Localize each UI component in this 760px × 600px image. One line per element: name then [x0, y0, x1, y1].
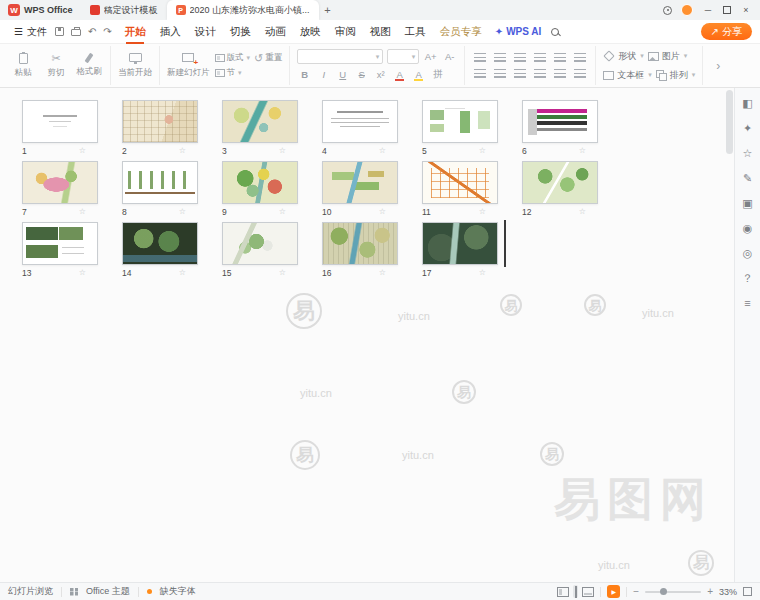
- slide-thumbnail[interactable]: [422, 100, 498, 143]
- star-icon[interactable]: ☆: [79, 269, 86, 277]
- line-spacing-button[interactable]: [552, 51, 568, 64]
- help-icon[interactable]: ？: [742, 273, 753, 284]
- slide-thumbnail[interactable]: [522, 161, 598, 204]
- align-center-button[interactable]: [492, 67, 508, 80]
- menu-member[interactable]: 会员专享: [433, 20, 489, 44]
- font-size-select[interactable]: ▾: [387, 49, 419, 64]
- more-tools-icon[interactable]: ≡: [744, 298, 750, 309]
- print-icon[interactable]: [71, 29, 81, 36]
- menu-tools[interactable]: 工具: [398, 20, 433, 44]
- edit-icon[interactable]: ✎: [743, 173, 752, 184]
- menu-insert[interactable]: 插入: [153, 20, 188, 44]
- menu-transitions[interactable]: 切换: [223, 20, 258, 44]
- tab-gaoding-templates[interactable]: 稿定设计模板: [81, 0, 167, 20]
- slide-thumbnail[interactable]: [322, 100, 398, 143]
- slide-thumbnail[interactable]: [322, 222, 398, 265]
- section-button[interactable]: 节 ▾: [215, 67, 242, 79]
- menu-review[interactable]: 审阅: [328, 20, 363, 44]
- layout-button[interactable]: 版式 ▾: [215, 52, 251, 64]
- slide-thumbnail[interactable]: [22, 100, 98, 143]
- zoom-slider-knob[interactable]: [660, 588, 667, 595]
- redo-icon[interactable]: ↷: [103, 26, 111, 37]
- theme-name[interactable]: Office 主题: [86, 585, 130, 598]
- reset-button[interactable]: ↺ 重置: [254, 52, 282, 64]
- superscript-button[interactable]: x²: [373, 67, 388, 82]
- tab-active-document[interactable]: P 2020 山东潍坊弥水电商小镇...: [167, 0, 319, 20]
- slide-thumbnail[interactable]: [222, 222, 298, 265]
- slide-thumbnail[interactable]: [522, 100, 598, 143]
- columns-button[interactable]: [572, 67, 588, 80]
- star-icon[interactable]: ☆: [79, 147, 86, 155]
- star-icon[interactable]: ☆: [179, 147, 186, 155]
- slide-thumbnail[interactable]: [222, 100, 298, 143]
- beautify-icon[interactable]: ✦: [743, 123, 752, 134]
- star-icon[interactable]: ☆: [379, 269, 386, 277]
- close-button[interactable]: ×: [740, 6, 752, 15]
- increase-font-button[interactable]: A+: [423, 49, 438, 64]
- fit-to-window-icon[interactable]: [743, 587, 752, 596]
- star-icon[interactable]: ☆: [279, 269, 286, 277]
- menu-animation[interactable]: 动画: [258, 20, 293, 44]
- animation-icon[interactable]: ◉: [743, 223, 753, 234]
- comment-icon[interactable]: ◎: [743, 248, 753, 259]
- normal-view-button[interactable]: [557, 587, 569, 597]
- star-icon[interactable]: ☆: [379, 208, 386, 216]
- menu-design[interactable]: 设计: [188, 20, 223, 44]
- justify-button[interactable]: [532, 67, 548, 80]
- star-icon[interactable]: ☆: [279, 208, 286, 216]
- indent-button[interactable]: [532, 51, 548, 64]
- arrange-button[interactable]: 排列 ▾: [656, 67, 696, 83]
- zoom-in-button[interactable]: +: [707, 586, 713, 597]
- phonetic-guide-button[interactable]: 拼: [430, 67, 445, 82]
- zoom-level[interactable]: 33%: [719, 587, 737, 597]
- slide-thumbnail[interactable]: [422, 161, 498, 204]
- zoom-out-button[interactable]: −: [633, 586, 639, 597]
- underline-button[interactable]: U: [335, 67, 350, 82]
- star-icon[interactable]: ☆: [279, 147, 286, 155]
- slide-sorter-canvas[interactable]: 易yitu.cn易易yitu.cnyitu.cn易易yitu.cn易易图网易yi…: [0, 88, 734, 582]
- cut-button[interactable]: ✂ 剪切: [42, 53, 70, 79]
- slide-sorter-view-button[interactable]: [575, 586, 577, 598]
- minimize-button[interactable]: ─: [702, 6, 714, 15]
- vertical-scrollbar[interactable]: [726, 90, 733, 580]
- star-icon[interactable]: ☆: [579, 147, 586, 155]
- menu-view[interactable]: 视图: [363, 20, 398, 44]
- wps-ai-button[interactable]: ✦ WPS AI: [489, 26, 548, 37]
- slide-thumbnail[interactable]: [122, 222, 198, 265]
- slide-thumbnail[interactable]: [22, 222, 98, 265]
- outdent-button[interactable]: [512, 51, 528, 64]
- star-icon[interactable]: ☆: [179, 269, 186, 277]
- star-icon[interactable]: ☆: [479, 208, 486, 216]
- textbox-button[interactable]: 文本框 ▾: [603, 67, 652, 83]
- shapes-button[interactable]: 形状 ▾: [603, 48, 644, 64]
- new-slide-button[interactable]: 新建幻灯片: [167, 53, 210, 79]
- undo-icon[interactable]: ↶: [88, 26, 96, 37]
- text-direction-button[interactable]: [572, 51, 588, 64]
- search-icon[interactable]: [551, 28, 559, 36]
- slide-thumbnail[interactable]: [122, 161, 198, 204]
- favorite-icon[interactable]: ☆: [743, 148, 753, 159]
- align-right-button[interactable]: [512, 67, 528, 80]
- star-icon[interactable]: ☆: [579, 208, 586, 216]
- maximize-button[interactable]: [723, 6, 731, 14]
- star-icon[interactable]: ☆: [79, 208, 86, 216]
- play-from-current-button[interactable]: 当前开始: [118, 53, 152, 79]
- slide-thumbnail[interactable]: [222, 161, 298, 204]
- font-color-button[interactable]: A: [392, 67, 407, 82]
- scrollbar-thumb[interactable]: [726, 90, 733, 154]
- picture-button[interactable]: 图片 ▾: [648, 48, 688, 64]
- slide-thumbnail[interactable]: [322, 161, 398, 204]
- slide-thumbnail[interactable]: [122, 100, 198, 143]
- settings-icon[interactable]: [663, 6, 672, 15]
- share-button[interactable]: ↗ 分享: [701, 23, 752, 40]
- play-slideshow-button[interactable]: ▶: [607, 585, 620, 598]
- menu-home[interactable]: 开始: [118, 20, 153, 44]
- font-family-select[interactable]: ▾: [297, 49, 383, 64]
- object-layer-icon[interactable]: ▣: [742, 198, 752, 209]
- strikethrough-button[interactable]: S: [354, 67, 369, 82]
- file-menu-button[interactable]: ☰ 文件: [8, 25, 53, 39]
- italic-button[interactable]: I: [316, 67, 331, 82]
- star-icon[interactable]: ☆: [479, 269, 486, 277]
- numbered-list-button[interactable]: [492, 51, 508, 64]
- format-painter-button[interactable]: 格式刷: [75, 53, 103, 78]
